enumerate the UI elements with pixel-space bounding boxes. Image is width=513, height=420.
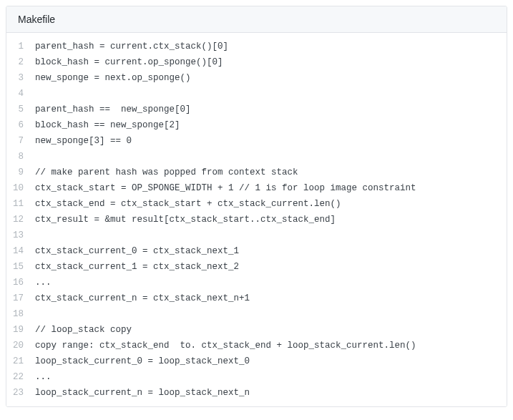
- code-line: 17ctx_stack_current_n = ctx_stack_next_n…: [6, 290, 507, 306]
- line-content: parent_hash == new_sponge[0]: [35, 102, 202, 117]
- code-line: 15ctx_stack_current_1 = ctx_stack_next_2: [6, 259, 507, 275]
- line-number: 11: [6, 196, 35, 212]
- line-number: 23: [6, 385, 35, 401]
- code-language-header: Makefile: [6, 6, 507, 33]
- line-number: 22: [6, 369, 35, 385]
- line-number: 1: [6, 39, 35, 54]
- line-content: copy range: ctx_stack_end to. ctx_stack_…: [35, 338, 428, 353]
- line-content: ctx_stack_current_1 = ctx_stack_next_2: [35, 259, 250, 275]
- code-line: 10ctx_stack_start = OP_SPONGE_WIDTH + 1 …: [6, 180, 507, 196]
- line-content: [35, 86, 47, 102]
- code-line: 16...: [6, 275, 507, 290]
- line-content: [35, 306, 47, 322]
- code-line: 6block_hash == new_sponge[2]: [6, 117, 507, 133]
- code-line: 18: [6, 306, 507, 322]
- code-line: 20copy range: ctx_stack_end to. ctx_stac…: [6, 338, 507, 353]
- line-content: block_hash = current.op_sponge()[0]: [35, 54, 235, 70]
- line-content: ctx_stack_end = ctx_stack_start + ctx_st…: [35, 196, 353, 212]
- code-line: 4: [6, 86, 507, 102]
- line-content: // loop_stack copy: [35, 322, 143, 338]
- code-body: 1parent_hash = current.ctx_stack()[0]2bl…: [6, 33, 507, 406]
- code-language-label: Makefile: [18, 14, 55, 25]
- line-content: // make parent hash was popped from cont…: [35, 165, 310, 180]
- code-line: 5parent_hash == new_sponge[0]: [6, 102, 507, 117]
- line-number: 10: [6, 180, 35, 196]
- line-content: parent_hash = current.ctx_stack()[0]: [35, 39, 240, 54]
- line-number: 4: [6, 86, 35, 102]
- code-line: 21loop_stack_current_0 = loop_stack_next…: [6, 353, 507, 369]
- code-line: 3new_sponge = next.op_sponge(): [6, 70, 507, 86]
- line-number: 15: [6, 259, 35, 275]
- line-number: 13: [6, 228, 35, 243]
- code-line: 8: [6, 149, 507, 165]
- line-number: 3: [6, 70, 35, 86]
- line-number: 20: [6, 338, 35, 353]
- line-number: 21: [6, 353, 35, 369]
- line-content: new_sponge = next.op_sponge(): [35, 70, 202, 86]
- line-number: 9: [6, 165, 35, 180]
- line-content: ...: [35, 275, 63, 290]
- line-number: 8: [6, 149, 35, 165]
- line-content: new_sponge[3] == 0: [35, 133, 143, 149]
- code-line: 7new_sponge[3] == 0: [6, 133, 507, 149]
- line-content: ...: [35, 369, 63, 385]
- code-block: Makefile 1parent_hash = current.ctx_stac…: [6, 6, 507, 407]
- line-content: loop_stack_current_0 = loop_stack_next_0: [35, 353, 261, 369]
- line-content: block_hash == new_sponge[2]: [35, 117, 192, 133]
- code-line: 14ctx_stack_current_0 = ctx_stack_next_1: [6, 243, 507, 259]
- code-line: 9// make parent hash was popped from con…: [6, 165, 507, 180]
- line-content: ctx_stack_current_n = ctx_stack_next_n+1: [35, 290, 261, 306]
- line-content: ctx_stack_start = OP_SPONGE_WIDTH + 1 //…: [35, 180, 428, 196]
- line-content: ctx_stack_current_0 = ctx_stack_next_1: [35, 243, 250, 259]
- line-number: 17: [6, 290, 35, 306]
- line-number: 2: [6, 54, 35, 70]
- line-number: 12: [6, 212, 35, 228]
- line-content: [35, 149, 47, 165]
- line-content: [35, 228, 47, 243]
- line-content: ctx_result = &mut result[ctx_stack_start…: [35, 212, 347, 228]
- code-line: 2block_hash = current.op_sponge()[0]: [6, 54, 507, 70]
- code-line: 1parent_hash = current.ctx_stack()[0]: [6, 39, 507, 54]
- code-line: 19// loop_stack copy: [6, 322, 507, 338]
- line-number: 7: [6, 133, 35, 149]
- code-line: 11ctx_stack_end = ctx_stack_start + ctx_…: [6, 196, 507, 212]
- line-number: 19: [6, 322, 35, 338]
- line-number: 16: [6, 275, 35, 290]
- line-number: 6: [6, 117, 35, 133]
- code-line: 22...: [6, 369, 507, 385]
- code-line: 12ctx_result = &mut result[ctx_stack_sta…: [6, 212, 507, 228]
- line-number: 18: [6, 306, 35, 322]
- line-number: 5: [6, 102, 35, 117]
- line-content: loop_stack_current_n = loop_stack_next_n: [35, 385, 261, 401]
- line-number: 14: [6, 243, 35, 259]
- code-line: 13: [6, 228, 507, 243]
- code-line: 23loop_stack_current_n = loop_stack_next…: [6, 385, 507, 401]
